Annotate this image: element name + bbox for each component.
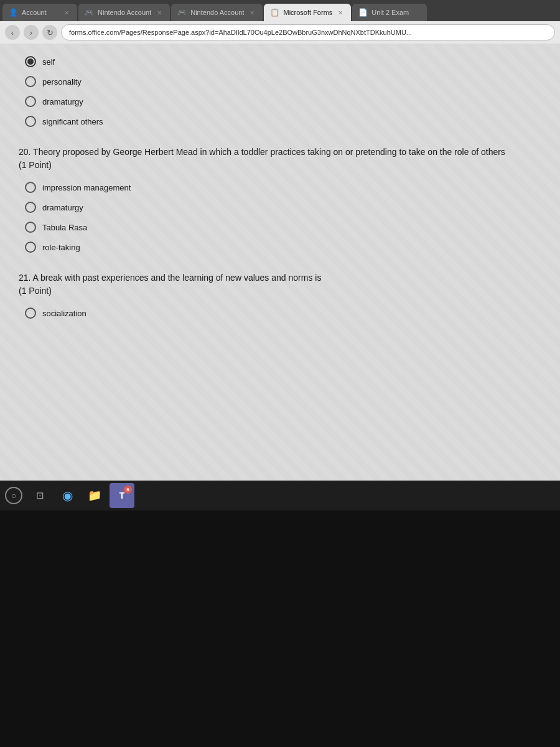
- tab-account-close[interactable]: ✕: [62, 8, 71, 17]
- q19-radio-dramaturgy[interactable]: [25, 96, 36, 107]
- browser-window: 👤 Account ✕ 🎮 Nintendo Account ✕ 🎮 Ninte…: [0, 0, 560, 510]
- q21-option-socialization[interactable]: socialization: [25, 308, 541, 319]
- tab-nintendo1-close[interactable]: ✕: [155, 8, 164, 17]
- question-20-points: (1 Point): [19, 159, 541, 172]
- q19-radio-self-inner: [27, 59, 34, 65]
- taskbar-taskview-button[interactable]: ⊡: [27, 483, 52, 508]
- q19-label-self: self: [42, 57, 55, 67]
- tab-nintendo2[interactable]: 🎮 Nintendo Account ✕: [171, 4, 263, 21]
- tab-bar: 👤 Account ✕ 🎮 Nintendo Account ✕ 🎮 Ninte…: [0, 0, 560, 21]
- q20-radio-impression[interactable]: [25, 182, 36, 193]
- q20-label-tabula-rasa: Tabula Rasa: [42, 223, 87, 232]
- tab-nintendo2-icon: 🎮: [177, 8, 187, 17]
- tab-nintendo1-icon: 🎮: [85, 8, 94, 17]
- taskbar-edge-button[interactable]: ◉: [55, 483, 80, 508]
- tab-nintendo1[interactable]: 🎮 Nintendo Account ✕: [78, 4, 170, 21]
- tab-account-label: Account: [22, 9, 58, 16]
- q20-label-role-taking: role-taking: [42, 243, 80, 252]
- tab-msforms-icon: 📋: [270, 8, 279, 17]
- q20-option-dramaturgy[interactable]: dramaturgy: [25, 202, 541, 213]
- q20-radio-role-taking[interactable]: [25, 242, 36, 253]
- taskbar-teams-button[interactable]: T 6: [110, 483, 134, 508]
- question-20-text: 20. Theory proposed by George Herbert Me…: [19, 146, 541, 172]
- teams-label: T: [119, 491, 125, 500]
- tab-msforms[interactable]: 📋 Microsoft Forms ✕: [264, 4, 351, 21]
- question-19-block: self personality dramaturgy significant …: [19, 56, 541, 127]
- q20-label-impression: impression management: [42, 183, 131, 192]
- tab-nintendo1-label: Nintendo Account: [98, 9, 151, 16]
- q19-radio-significant-others[interactable]: [25, 116, 36, 127]
- q19-radio-personality[interactable]: [25, 76, 36, 87]
- tab-msforms-label: Microsoft Forms: [283, 9, 332, 16]
- q19-option-personality[interactable]: personality: [25, 76, 541, 87]
- q20-option-tabula-rasa[interactable]: Tabula Rasa: [25, 222, 541, 233]
- question-21-points: (1 Point): [19, 284, 541, 298]
- question-21-options: socialization: [19, 308, 541, 319]
- question-20-block: 20. Theory proposed by George Herbert Me…: [19, 146, 541, 253]
- address-text: forms.office.com/Pages/ResponsePage.aspx…: [69, 29, 412, 36]
- q20-option-role-taking[interactable]: role-taking: [25, 242, 541, 253]
- taskbar-search-button[interactable]: ○: [5, 487, 22, 504]
- q19-option-dramaturgy[interactable]: dramaturgy: [25, 96, 541, 107]
- q21-radio-socialization[interactable]: [25, 308, 36, 319]
- question-21-text: 21. A break with past experiences and th…: [19, 271, 541, 298]
- forward-button[interactable]: ›: [24, 25, 39, 40]
- tab-account[interactable]: 👤 Account ✕: [2, 4, 77, 21]
- question-21-block: 21. A break with past experiences and th…: [19, 271, 541, 319]
- q19-option-significant-others[interactable]: significant others: [25, 116, 541, 127]
- tab-unit2exam[interactable]: 📄 Unit 2 Exam: [352, 4, 427, 21]
- q19-label-significant-others: significant others: [42, 117, 103, 126]
- dark-desktop-area: [0, 510, 560, 747]
- back-button[interactable]: ‹: [5, 25, 20, 40]
- address-bar-row: ‹ › ↻ forms.office.com/Pages/ResponsePag…: [0, 21, 560, 44]
- q20-label-dramaturgy: dramaturgy: [42, 203, 83, 212]
- address-bar[interactable]: forms.office.com/Pages/ResponsePage.aspx…: [61, 24, 555, 40]
- q19-label-dramaturgy: dramaturgy: [42, 97, 83, 106]
- q20-radio-dramaturgy[interactable]: [25, 202, 36, 213]
- q19-label-personality: personality: [42, 77, 82, 87]
- q21-label-socialization: socialization: [42, 309, 86, 318]
- teams-notification-badge: 6: [124, 486, 132, 494]
- page-content: self personality dramaturgy significant …: [0, 44, 560, 510]
- q19-option-self[interactable]: self: [25, 56, 541, 67]
- question-19-options: self personality dramaturgy significant …: [19, 56, 541, 127]
- tab-nintendo2-close[interactable]: ✕: [248, 8, 256, 17]
- q20-option-impression[interactable]: impression management: [25, 182, 541, 193]
- taskbar-files-button[interactable]: 📁: [82, 483, 107, 508]
- refresh-button[interactable]: ↻: [42, 25, 57, 40]
- question-20-options: impression management dramaturgy Tabula …: [19, 182, 541, 253]
- tab-msforms-close[interactable]: ✕: [336, 8, 345, 17]
- q19-radio-self[interactable]: [25, 56, 36, 67]
- tab-nintendo2-label: Nintendo Account: [190, 9, 244, 16]
- taskbar: ○ ⊡ ◉ 📁 T 6: [0, 481, 560, 510]
- tab-account-icon: 👤: [9, 8, 18, 17]
- tab-unit2exam-label: Unit 2 Exam: [371, 9, 421, 16]
- tab-unit2exam-icon: 📄: [358, 8, 368, 17]
- q20-radio-tabula-rasa[interactable]: [25, 222, 36, 233]
